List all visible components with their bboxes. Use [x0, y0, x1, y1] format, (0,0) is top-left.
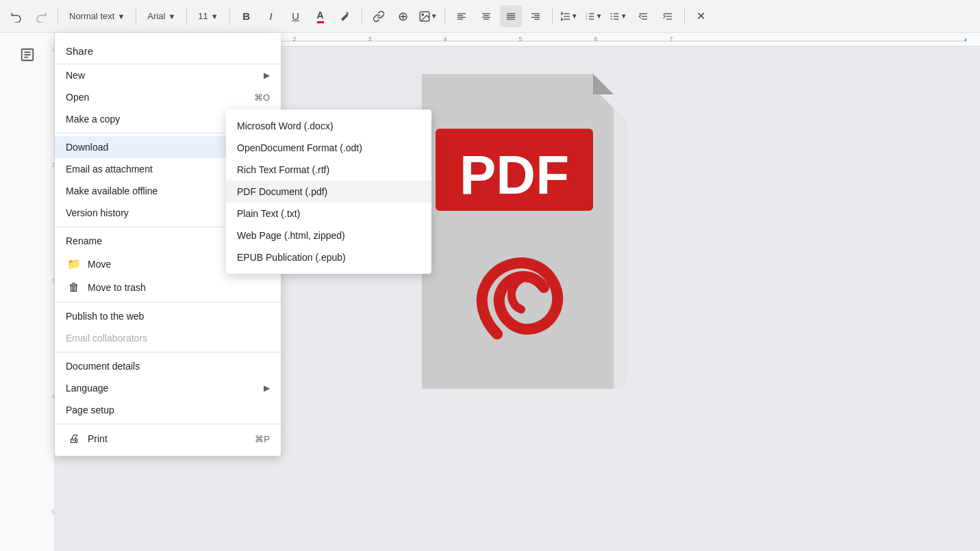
- separator-3: [186, 8, 187, 25]
- move-label: Move: [88, 259, 111, 270]
- font-dropdown-icon: ▼: [168, 12, 175, 21]
- toolbar: Normal text ▼ Arial ▼ 11 ▼ B I U A ⊕ ▼: [0, 0, 980, 33]
- open-label: Open: [66, 92, 254, 103]
- menu-move-trash[interactable]: 🗑 Move to trash: [55, 276, 281, 299]
- menu-language[interactable]: Language ▶: [55, 377, 281, 399]
- style-select[interactable]: Normal text ▼: [64, 8, 130, 24]
- download-txt-label: Plain Text (.txt): [237, 208, 300, 219]
- increase-indent-button[interactable]: [657, 5, 679, 27]
- svg-point-32: [610, 18, 612, 20]
- align-left-button[interactable]: [451, 5, 473, 27]
- outline-icon[interactable]: [14, 41, 41, 68]
- menu-email-collaborators[interactable]: Email collaborators: [55, 327, 281, 349]
- menu-open[interactable]: Open ⌘O: [55, 86, 281, 108]
- rename-label: Rename: [66, 235, 102, 246]
- language-label: Language: [66, 383, 264, 394]
- download-pdf[interactable]: PDF Document (.pdf): [226, 181, 431, 203]
- download-odt[interactable]: OpenDocument Format (.odt): [226, 137, 431, 159]
- align-right-button[interactable]: [525, 5, 546, 27]
- ordered-list-button[interactable]: 1 2 3 ▼: [583, 5, 605, 27]
- divider-5: [55, 424, 281, 424]
- divider-4: [55, 352, 281, 353]
- download-html-label: Web Page (.html, zipped): [237, 230, 345, 241]
- bold-button[interactable]: B: [236, 5, 257, 27]
- line-number-2: 2: [45, 162, 55, 168]
- text-color-button[interactable]: A: [310, 5, 331, 27]
- print-icon: 🖨: [66, 433, 82, 445]
- svg-text:5: 5: [518, 36, 522, 42]
- menu-document-details[interactable]: Document details: [55, 355, 281, 377]
- size-label: 11: [198, 11, 208, 21]
- print-shortcut: ⌘P: [255, 434, 270, 444]
- line-spacing-button[interactable]: ▼: [558, 5, 580, 27]
- line-numbers: 1 2 3 4 5 6: [45, 47, 55, 551]
- svg-text:6: 6: [594, 36, 597, 42]
- line-number-4: 4: [45, 394, 55, 400]
- menu-page-setup[interactable]: Page setup: [55, 399, 281, 421]
- svg-point-30: [610, 13, 612, 14]
- menu-new[interactable]: New ▶: [55, 64, 281, 86]
- redo-button[interactable]: [30, 5, 52, 27]
- image-button[interactable]: ▼: [417, 5, 439, 27]
- download-pdf-label: PDF Document (.pdf): [237, 186, 327, 197]
- menu-share[interactable]: Share: [55, 38, 281, 64]
- publish-web-label: Publish to the web: [66, 311, 144, 322]
- download-rtf-label: Rich Text Format (.rtf): [237, 164, 329, 175]
- separator-2: [136, 8, 136, 25]
- style-dropdown-icon: ▼: [117, 12, 125, 21]
- download-docx-label: Microsoft Word (.docx): [237, 120, 334, 131]
- download-html[interactable]: Web Page (.html, zipped): [226, 225, 431, 246]
- separator-6: [444, 8, 445, 25]
- download-docx[interactable]: Microsoft Word (.docx): [226, 115, 431, 137]
- make-offline-label: Make available offline: [66, 185, 158, 196]
- highlight-button[interactable]: [334, 5, 356, 27]
- undo-button[interactable]: [5, 5, 27, 27]
- svg-marker-49: [964, 33, 966, 41]
- trash-icon: 🗑: [66, 281, 82, 294]
- svg-text:3: 3: [586, 17, 587, 20]
- page-setup-label: Page setup: [66, 405, 114, 415]
- line-number-3: 3: [45, 278, 55, 284]
- open-shortcut: ⌘O: [254, 92, 270, 103]
- svg-text:4: 4: [443, 36, 447, 42]
- decrease-indent-button[interactable]: [632, 5, 654, 27]
- bullet-list-button[interactable]: ▼: [607, 5, 629, 27]
- svg-text:PDF: PDF: [460, 144, 569, 205]
- separator-5: [362, 8, 362, 25]
- print-label: Print: [88, 433, 255, 444]
- email-collaborators-label: Email collaborators: [66, 333, 147, 344]
- move-trash-label: Move to trash: [88, 282, 146, 293]
- email-attachment-label: Email as attachment: [66, 164, 153, 175]
- link-button[interactable]: [368, 5, 390, 27]
- download-rtf[interactable]: Rich Text Format (.rtf): [226, 159, 431, 181]
- download-epub[interactable]: EPUB Publication (.epub): [226, 246, 431, 268]
- align-center-button[interactable]: [475, 5, 497, 27]
- folder-icon: 📁: [66, 257, 82, 270]
- svg-text:7: 7: [669, 36, 673, 42]
- separator-8: [684, 8, 685, 25]
- svg-point-1: [422, 14, 423, 15]
- download-epub-label: EPUB Publication (.epub): [237, 252, 346, 263]
- svg-text:2: 2: [292, 36, 296, 42]
- insert-button[interactable]: ⊕: [392, 5, 414, 27]
- line-number-1: 1: [45, 47, 55, 53]
- download-txt[interactable]: Plain Text (.txt): [226, 203, 431, 225]
- share-label: Share: [66, 45, 93, 57]
- separator-1: [58, 8, 58, 25]
- menu-publish-web[interactable]: Publish to the web: [55, 305, 281, 327]
- separator-4: [229, 8, 230, 25]
- divider-3: [55, 302, 281, 303]
- align-justify-button[interactable]: [500, 5, 522, 27]
- italic-button[interactable]: I: [260, 5, 282, 27]
- font-label: Arial: [147, 11, 165, 21]
- document-details-label: Document details: [66, 361, 140, 372]
- menu-print[interactable]: 🖨 Print ⌘P: [55, 427, 281, 450]
- font-select[interactable]: Arial ▼: [142, 8, 181, 24]
- underline-button[interactable]: U: [285, 5, 307, 27]
- svg-point-31: [610, 16, 612, 17]
- download-odt-label: OpenDocument Format (.odt): [237, 142, 362, 153]
- new-label: New: [66, 70, 264, 81]
- size-dropdown-icon: ▼: [211, 12, 218, 21]
- size-select[interactable]: 11 ▼: [192, 8, 223, 24]
- clear-format-button[interactable]: ✕: [690, 5, 712, 27]
